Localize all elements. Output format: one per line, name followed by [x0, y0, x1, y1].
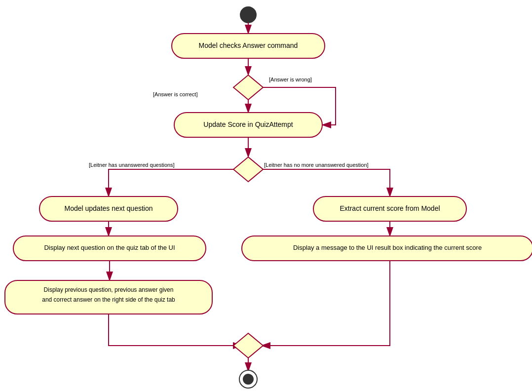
- display-prev-label-line2: and correct answer on the right side of …: [42, 296, 175, 303]
- answer-wrong-label: [Answer is wrong]: [269, 77, 312, 82]
- diamond-answer: [233, 75, 263, 100]
- start-node: [240, 7, 256, 23]
- arrow-d2-left: [109, 169, 233, 196]
- display-next-label: Display next question on the quiz tab of…: [44, 244, 175, 251]
- end-node-inner: [243, 374, 253, 384]
- display-msg-label: Display a message to the UI result box i…: [293, 244, 482, 251]
- diamond-final: [233, 333, 263, 358]
- model-updates-label: Model updates next question: [64, 204, 152, 212]
- display-prev-label-line1: Display previous question, previous answ…: [44, 286, 174, 293]
- model-checks-label: Model checks Answer command: [199, 41, 298, 49]
- answer-correct-label: [Answer is correct]: [153, 91, 197, 97]
- update-score-label: Update Score in QuizAttempt: [203, 120, 293, 128]
- arrow-msg-to-d3: [262, 261, 390, 346]
- diamond-unanswered: [233, 157, 263, 182]
- extract-score-label: Extract current score from Model: [340, 204, 440, 212]
- arrow-prev-to-d3: [109, 314, 242, 346]
- arrow-d2-right: [263, 169, 390, 196]
- leitner-unanswered-label: [Leitner has unanswered questions]: [89, 162, 175, 168]
- leitner-no-more-label: [Leitner has no more unanswered question…: [264, 162, 369, 168]
